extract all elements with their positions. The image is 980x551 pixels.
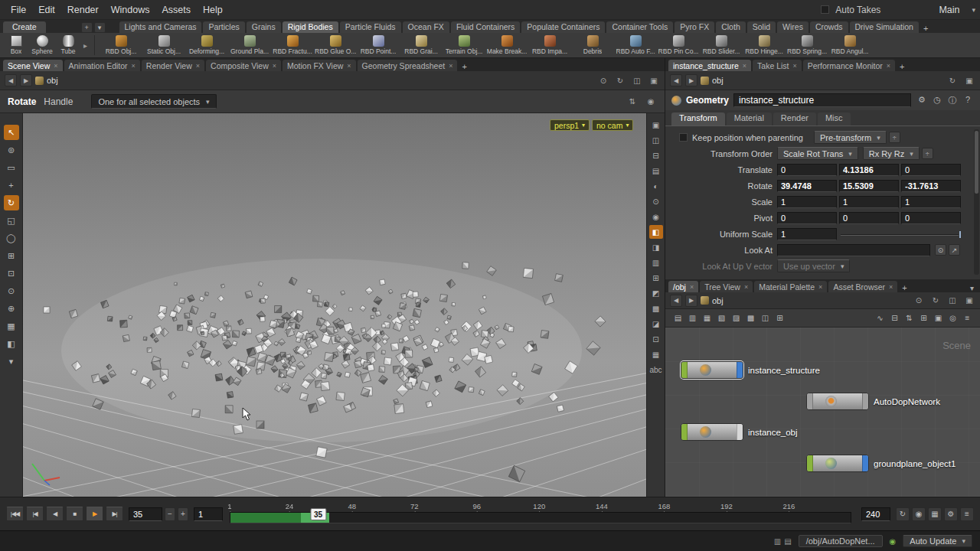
net-split-icon[interactable]: ◫ (759, 311, 772, 324)
help-icon[interactable]: ? (962, 95, 974, 106)
scale-tool-icon[interactable]: ◱ (4, 213, 19, 228)
play-reverse-button[interactable]: ◀ (46, 507, 64, 521)
rotate-tool-icon[interactable]: ↻ (4, 195, 19, 210)
parameter-tab[interactable]: Render (773, 112, 816, 126)
network-node[interactable]: AutoDopNetwork (806, 393, 940, 410)
node-select-flag[interactable] (681, 362, 688, 378)
back-button[interactable]: ◀ (670, 295, 682, 307)
shelf-tool[interactable]: RBD Pin Co... (657, 33, 700, 57)
main-desktop-menu[interactable]: Main (933, 2, 965, 18)
translate-z-field[interactable] (901, 164, 961, 176)
net-shape-icon[interactable]: ▨ (730, 311, 743, 324)
path-text[interactable]: obj (712, 76, 724, 85)
net-grid-icon[interactable]: ▦ (701, 311, 714, 324)
add-pane-tab-button[interactable]: + (899, 283, 910, 292)
pane-tab[interactable]: Render View × (142, 60, 204, 71)
network-node[interactable]: instance_structure (681, 361, 820, 379)
shelf-tab[interactable]: Wires (777, 21, 808, 33)
forward-button[interactable]: ▶ (20, 74, 32, 86)
shelf-tool[interactable]: RBD Obj... (100, 33, 142, 57)
viewport-canvas[interactable] (23, 113, 646, 497)
network-node[interactable]: instance_obj (681, 423, 798, 441)
snap-icon[interactable]: ⊞ (917, 311, 930, 324)
normals-display-icon[interactable]: ⊡ (649, 332, 663, 346)
rotate-order-menu[interactable]: Rx Ry Rz ▾ (863, 147, 920, 160)
pane-tab[interactable]: Asset Browser × (828, 281, 897, 292)
camera-icon[interactable]: ▣ (649, 118, 663, 132)
anim-options-icon[interactable]: ⚙ (944, 507, 958, 521)
translate-tool-icon[interactable]: + (4, 178, 19, 193)
prev-keyframe-button[interactable]: |◀ (26, 507, 44, 521)
menu-item[interactable]: Assets (155, 2, 197, 18)
pane-tab[interactable]: instance_structure × (668, 60, 751, 71)
up-vector-menu[interactable]: Use up vector ▾ (777, 259, 850, 272)
look-through-menu[interactable]: no cam ▾ (592, 119, 633, 131)
start-frame-field[interactable] (194, 507, 223, 521)
scale-z-field[interactable] (901, 196, 961, 208)
snap-point-icon[interactable]: ⊙ (4, 283, 19, 298)
rotate-z-field[interactable] (901, 180, 961, 192)
shelf-tab[interactable]: Crowds (810, 21, 848, 33)
menu-item[interactable]: Help (197, 2, 229, 18)
shelf-tool[interactable]: RBD Hinge... (743, 33, 786, 57)
pane-tab[interactable]: Composite View × (206, 60, 281, 71)
dopnet-path-badge[interactable]: /obj/AutoDopNet... (799, 535, 883, 547)
close-icon[interactable]: × (449, 62, 452, 70)
add-shelf-tab-button[interactable]: + (920, 24, 931, 33)
pane-maximize-icon[interactable]: ▣ (963, 74, 975, 86)
shelf-tool[interactable]: RBD Auto F... (614, 33, 657, 57)
shelf-tool[interactable]: Deforming... (185, 33, 228, 57)
multi-snap-icon[interactable]: ⊕ (4, 301, 19, 316)
auto-update-selector[interactable]: Auto Update ▾ (903, 535, 972, 547)
node-select-flag[interactable] (681, 424, 688, 440)
pane-maximize-icon[interactable]: ▣ (648, 74, 660, 86)
shelf-tool[interactable]: Tube (55, 33, 81, 57)
shelf-tab[interactable]: Container Tools (606, 21, 673, 33)
close-icon[interactable]: × (818, 283, 822, 291)
shelf-tab[interactable]: Solid (747, 21, 776, 33)
node-select-flag[interactable] (807, 393, 813, 409)
shelf-tool[interactable]: RBD Angul... (828, 33, 871, 57)
next-frame-button[interactable]: ▶| (106, 507, 123, 521)
path-pin-icon[interactable]: ⊙ (913, 295, 925, 307)
net-display-icon[interactable]: ▤ (671, 311, 684, 324)
smooth-shade-icon[interactable]: ◧ (649, 225, 663, 239)
gear-icon[interactable]: ⚙ (916, 95, 928, 106)
path-sync-icon[interactable]: ↻ (946, 74, 959, 86)
grid-toggle-icon[interactable]: ◩ (649, 286, 663, 300)
points-display-icon[interactable]: ◪ (649, 317, 663, 331)
pane-menu-icon[interactable]: ▾ (967, 284, 977, 292)
shelf-tab[interactable]: Pyro FX (675, 21, 714, 33)
node-display-flag[interactable] (737, 362, 743, 378)
end-frame-field[interactable] (861, 507, 890, 521)
shelf-tool[interactable]: RBD Impa... (528, 33, 571, 57)
shelf-tool[interactable]: Terrain Obj... (443, 33, 485, 57)
close-icon[interactable]: × (889, 283, 893, 291)
net-list-icon[interactable]: ▥ (686, 311, 699, 324)
expand-toolbar-icon[interactable]: ▾ (4, 354, 19, 369)
shelf-tool[interactable]: Box (3, 33, 29, 57)
forward-button[interactable]: ▶ (685, 74, 697, 86)
shelf-set-create-tab[interactable]: Create (3, 21, 46, 33)
selection-mode-combo[interactable]: One for all selected objects ▾ (91, 94, 216, 109)
auto-takes-checkbox[interactable] (821, 5, 829, 14)
close-icon[interactable]: × (887, 62, 890, 70)
zoom-icon[interactable]: ◎ (946, 311, 959, 324)
shelf-tool[interactable]: Static Obj... (142, 33, 185, 57)
pane-tab[interactable]: Take List × (753, 60, 802, 71)
construction-plane-icon[interactable]: ▦ (4, 318, 19, 334)
add-pane-tab-button[interactable]: + (459, 62, 469, 71)
view-tool-icon[interactable]: ⊚ (4, 142, 19, 158)
headlight-icon[interactable]: ⊞ (649, 271, 663, 285)
path-sync-icon[interactable]: ↻ (614, 74, 626, 86)
rotate-y-field[interactable] (839, 180, 899, 192)
add-shelf-icon[interactable]: + (81, 22, 93, 33)
current-frame-marker[interactable]: 35 (310, 508, 326, 520)
shelf-tool[interactable]: RBD Spring... (786, 33, 828, 57)
net-add-icon[interactable]: ⊞ (773, 311, 786, 324)
display-labels-icon[interactable]: abc (649, 363, 663, 377)
path-sync-icon[interactable]: ↻ (929, 295, 942, 307)
shelf-tab[interactable]: Particles (203, 21, 244, 33)
shelf-tab[interactable]: Drive Simulation (850, 21, 919, 33)
radial-menu-icon[interactable]: ◉ (645, 96, 657, 108)
